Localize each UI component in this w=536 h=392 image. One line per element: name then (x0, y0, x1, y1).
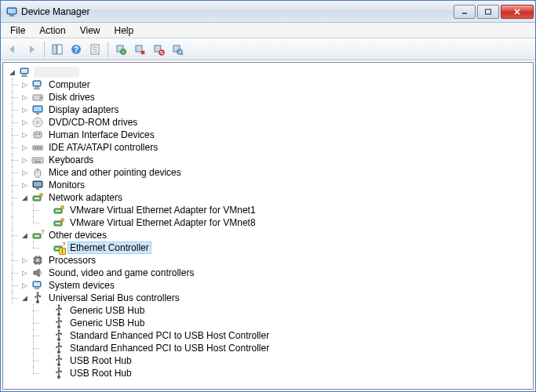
menubar: File Action View Help (1, 23, 535, 38)
maximize-button[interactable] (477, 5, 499, 19)
expand-icon[interactable] (20, 281, 29, 290)
tree-node[interactable]: Mice and other pointing devices (3, 166, 533, 179)
tree-node[interactable]: Disk drives (3, 91, 533, 103)
network-icon (53, 216, 65, 229)
usb-icon (53, 367, 65, 379)
expand-icon[interactable] (20, 194, 29, 202)
tree-node[interactable]: DVD/CD-ROM drives (3, 116, 533, 129)
tree-child-node[interactable]: Generic USB Hub (3, 304, 533, 317)
expand-icon[interactable] (20, 269, 29, 278)
expand-icon[interactable] (20, 169, 29, 177)
tree-node[interactable]: Network adapters (3, 191, 533, 204)
computer-root-icon (19, 66, 31, 78)
tree-node[interactable]: Keyboards (3, 154, 533, 166)
tree-node-label: USB Root Hub (67, 367, 134, 379)
tree-node[interactable]: Human Interface Devices (3, 129, 533, 141)
titlebar[interactable]: Device Manager (1, 1, 535, 23)
menu-help[interactable]: Help (108, 24, 140, 38)
tree-child-node[interactable]: ! Ethernet Controller (3, 241, 533, 254)
expand-icon[interactable] (20, 81, 29, 89)
usb-icon (53, 317, 65, 329)
usb-icon (53, 342, 65, 354)
expand-icon[interactable] (8, 68, 16, 77)
help-toolbar-button[interactable]: ? (67, 41, 85, 58)
device-manager-window: Device Manager File Action View Help ? (0, 0, 536, 392)
system-icon (31, 279, 44, 292)
disable-button[interactable] (150, 41, 167, 58)
tree-child-node[interactable]: USB Root Hub (3, 354, 533, 367)
tree-node-label: Sound, video and game controllers (46, 267, 196, 279)
tree-node-label: IDE ATA/ATAPI controllers (46, 141, 160, 154)
tree-node[interactable]: Display adapters (3, 103, 533, 116)
expand-icon[interactable] (20, 231, 29, 240)
tree-node[interactable]: Processors (3, 254, 533, 267)
uninstall-button[interactable] (131, 41, 148, 58)
tree-pane[interactable]: Computer Disk drives Display adapters DV… (2, 62, 534, 390)
tree-node-label: Display adapters (46, 103, 121, 116)
tree-node[interactable]: Universal Serial Bus controllers (3, 292, 533, 304)
tree-node-label: Network adapters (46, 191, 125, 204)
root-label-obscured (34, 67, 79, 78)
usb-icon (53, 304, 65, 317)
svg-rect-1 (8, 9, 16, 13)
scan-hardware-button[interactable] (169, 41, 186, 58)
expand-icon[interactable] (20, 118, 29, 127)
expand-icon[interactable] (20, 181, 29, 190)
monitor-icon (31, 179, 44, 191)
tree-node[interactable]: Other devices (3, 229, 533, 241)
tree-child-node[interactable]: USB Root Hub (3, 367, 533, 379)
expand-icon[interactable] (20, 256, 29, 265)
mouse-icon (31, 166, 44, 179)
tree-node-label: USB Root Hub (67, 354, 134, 367)
sound-icon (31, 267, 44, 279)
console-tree-button[interactable] (49, 41, 66, 58)
svg-rect-7 (53, 45, 57, 54)
tree-child-node[interactable]: VMware Virtual Ethernet Adapter for VMne… (3, 216, 533, 229)
tree-node[interactable]: System devices (3, 279, 533, 292)
svg-rect-23 (173, 45, 180, 52)
tree-child-node[interactable]: Standard Enhanced PCI to USB Host Contro… (3, 329, 533, 342)
tree-node-label: Generic USB Hub (67, 317, 147, 329)
tree-node-label: Processors (46, 254, 98, 267)
tree-child-node[interactable]: Generic USB Hub (3, 317, 533, 329)
expand-icon[interactable] (20, 156, 29, 165)
close-button[interactable] (501, 5, 534, 19)
expand-icon[interactable] (20, 106, 29, 114)
svg-rect-17 (136, 45, 142, 52)
tree-node-label: Keyboards (46, 154, 96, 166)
usb-icon (31, 292, 44, 304)
tree-child-node[interactable]: Standard Enhanced PCI to USB Host Contro… (3, 342, 533, 354)
svg-text:?: ? (74, 45, 78, 54)
menu-action[interactable]: Action (33, 24, 71, 38)
window-title: Device Manager (21, 6, 452, 17)
expand-icon[interactable] (20, 93, 29, 102)
tree-root[interactable] (3, 66, 533, 78)
warning-overlay-icon: ! (59, 248, 66, 255)
ide-icon (31, 141, 44, 154)
menu-file[interactable]: File (4, 24, 31, 38)
tree-node[interactable]: Computer (3, 78, 533, 91)
hid-icon (31, 129, 44, 141)
tree-node[interactable]: Monitors (3, 179, 533, 191)
menu-view[interactable]: View (74, 24, 107, 38)
expand-icon[interactable] (20, 143, 29, 152)
tree-node-label: Other devices (46, 229, 109, 241)
back-button[interactable] (4, 41, 21, 58)
update-driver-button[interactable] (112, 41, 129, 58)
properties-toolbar-button[interactable] (86, 41, 104, 58)
tree-child-node[interactable]: VMware Virtual Ethernet Adapter for VMne… (3, 204, 533, 216)
tree-node-label: VMware Virtual Ethernet Adapter for VMne… (67, 216, 258, 229)
keyboard-icon (31, 154, 44, 166)
other-icon: ! (53, 241, 65, 254)
minimize-button[interactable] (454, 5, 476, 19)
expand-icon[interactable] (20, 294, 29, 303)
tree-node-label: Monitors (46, 179, 87, 191)
expand-icon[interactable] (20, 131, 29, 140)
tree-node-label: Human Interface Devices (46, 129, 157, 141)
tree-node-label: Generic USB Hub (67, 304, 147, 317)
other-icon (31, 229, 44, 241)
tree-node[interactable]: IDE ATA/ATAPI controllers (3, 141, 533, 154)
tree-node-label: Ethernet Controller (67, 241, 151, 254)
tree-node[interactable]: Sound, video and game controllers (3, 267, 533, 279)
forward-button[interactable] (23, 41, 40, 58)
